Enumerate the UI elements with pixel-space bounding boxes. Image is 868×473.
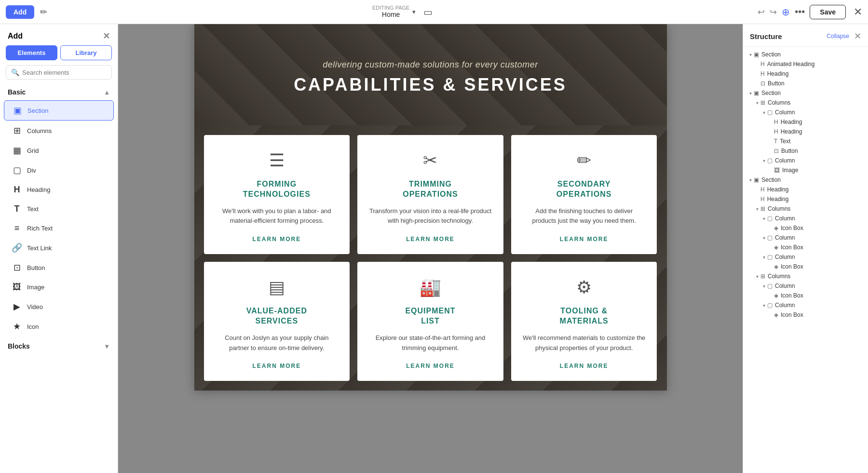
service-icon-2: ✏ bbox=[577, 150, 591, 171]
tree-node-label-11: Column bbox=[775, 157, 795, 164]
basic-section-header[interactable]: Basic ▲ bbox=[0, 84, 118, 100]
tree-row-2[interactable]: HHeading bbox=[743, 69, 868, 79]
tree-row-11[interactable]: ▾▢Column bbox=[743, 156, 868, 165]
blocks-section-header[interactable]: Blocks ▼ bbox=[0, 338, 118, 354]
tree-row-15[interactable]: HHeading bbox=[743, 194, 868, 204]
tree-node-label-15: Heading bbox=[767, 196, 789, 203]
tree-expand-23[interactable]: ▾ bbox=[754, 274, 760, 279]
tree-expand-13[interactable]: ▾ bbox=[747, 177, 754, 183]
tab-elements[interactable]: Elements bbox=[6, 45, 57, 60]
tree-row-18[interactable]: ◈Icon Box bbox=[743, 223, 868, 233]
tree-node-icon-2: H bbox=[760, 70, 765, 77]
element-button[interactable]: ⊡ Button bbox=[4, 258, 114, 277]
left-panel-title: Add bbox=[8, 32, 23, 41]
service-card-2: ✏SECONDARY OPERATIONSAdd the finishing t… bbox=[511, 135, 657, 254]
tree-row-10[interactable]: ⊡Button bbox=[743, 146, 868, 156]
element-image[interactable]: 🖼 Image bbox=[4, 278, 114, 297]
tree-row-17[interactable]: ▾▢Column bbox=[743, 214, 868, 223]
tree-row-5[interactable]: ▾⊞Columns bbox=[743, 98, 868, 108]
tree-row-24[interactable]: ▾▢Column bbox=[743, 281, 868, 291]
undo-button[interactable]: ↩ bbox=[758, 7, 765, 17]
tree-node-label-0: Section bbox=[761, 51, 781, 58]
tree-expand-19[interactable]: ▾ bbox=[760, 235, 767, 241]
tree-row-9[interactable]: TText bbox=[743, 136, 868, 146]
element-heading[interactable]: H Heading bbox=[4, 180, 114, 199]
element-icon[interactable]: ★ Icon bbox=[4, 317, 114, 336]
tree-row-3[interactable]: ⊡Button bbox=[743, 79, 868, 88]
tree-row-16[interactable]: ▾⊞Columns bbox=[743, 204, 868, 214]
tree-row-13[interactable]: ▾▣Section bbox=[743, 175, 868, 185]
tree-row-27[interactable]: ◈Icon Box bbox=[743, 310, 868, 320]
service-title-3: VALUE-ADDED SERVICES bbox=[246, 306, 307, 326]
service-link-1[interactable]: LEARN MORE bbox=[406, 236, 455, 243]
tree-row-14[interactable]: HHeading bbox=[743, 185, 868, 194]
tree-expand-16[interactable]: ▾ bbox=[754, 206, 760, 212]
tab-library[interactable]: Library bbox=[60, 45, 112, 60]
tree-expand-6[interactable]: ▾ bbox=[760, 110, 767, 115]
element-video[interactable]: ▶ Video bbox=[4, 297, 114, 316]
tree-node-icon-17: ▢ bbox=[767, 215, 773, 222]
div-icon: ▢ bbox=[12, 165, 22, 176]
tree-row-0[interactable]: ▾▣Section bbox=[743, 50, 868, 59]
service-link-2[interactable]: LEARN MORE bbox=[560, 236, 609, 243]
tree-node-icon-6: ▢ bbox=[767, 109, 773, 116]
tree-row-19[interactable]: ▾▢Column bbox=[743, 233, 868, 243]
tree-row-26[interactable]: ▾▢Column bbox=[743, 300, 868, 310]
redo-button[interactable]: ↪ bbox=[770, 7, 777, 17]
page-dropdown-icon[interactable]: ▾ bbox=[412, 8, 416, 15]
tree-node-icon-22: ◈ bbox=[774, 263, 778, 270]
service-link-3[interactable]: LEARN MORE bbox=[252, 363, 301, 369]
more-options-icon[interactable]: ••• bbox=[795, 6, 805, 17]
close-topbar-icon[interactable]: ✕ bbox=[854, 6, 862, 18]
element-grid[interactable]: ▦ Grid bbox=[4, 141, 114, 160]
tree-row-1[interactable]: HAnimated Heading bbox=[743, 59, 868, 69]
service-link-4[interactable]: LEARN MORE bbox=[406, 363, 455, 369]
tree-row-12[interactable]: 🖼Image bbox=[743, 165, 868, 175]
search-input[interactable] bbox=[22, 69, 107, 76]
tree-node-icon-15: H bbox=[760, 196, 765, 203]
tree-row-8[interactable]: HHeading bbox=[743, 127, 868, 136]
layers-icon[interactable]: ⊕ bbox=[782, 6, 790, 18]
save-button[interactable]: Save bbox=[810, 5, 846, 19]
tree-expand-17[interactable]: ▾ bbox=[760, 216, 767, 221]
element-text-link-label: Text Link bbox=[27, 244, 52, 252]
tree-node-icon-19: ▢ bbox=[767, 234, 773, 241]
element-grid-label: Grid bbox=[27, 147, 39, 154]
tree-row-23[interactable]: ▾⊞Columns bbox=[743, 271, 868, 281]
element-columns[interactable]: ⊞ Columns bbox=[4, 121, 114, 140]
element-rich-text[interactable]: ≡ Rich Text bbox=[4, 219, 114, 238]
tree-expand-11[interactable]: ▾ bbox=[760, 158, 767, 163]
tree-expand-24[interactable]: ▾ bbox=[760, 284, 767, 289]
tree-expand-4[interactable]: ▾ bbox=[747, 91, 754, 96]
tree-expand-21[interactable]: ▾ bbox=[760, 255, 767, 260]
element-div-label: Div bbox=[27, 167, 36, 174]
tree-node-label-23: Columns bbox=[768, 273, 790, 280]
tree-expand-0[interactable]: ▾ bbox=[747, 52, 754, 57]
tree-expand-26[interactable]: ▾ bbox=[760, 303, 767, 308]
tree-row-25[interactable]: ◈Icon Box bbox=[743, 291, 868, 300]
collapse-button[interactable]: Collapse bbox=[827, 33, 849, 40]
right-panel-close-icon[interactable]: ✕ bbox=[854, 31, 861, 41]
tree-row-22[interactable]: ◈Icon Box bbox=[743, 262, 868, 271]
element-text-link[interactable]: 🔗 Text Link bbox=[4, 238, 114, 257]
edit-icon[interactable]: ✏ bbox=[40, 7, 47, 17]
device-preview-icon[interactable]: ▭ bbox=[423, 6, 433, 18]
service-link-0[interactable]: LEARN MORE bbox=[252, 236, 301, 243]
service-link-5[interactable]: LEARN MORE bbox=[560, 363, 609, 369]
element-section[interactable]: ▣ Section bbox=[4, 100, 114, 121]
tree-node-label-20: Icon Box bbox=[781, 244, 803, 251]
left-panel-close-icon[interactable]: ✕ bbox=[103, 31, 110, 41]
element-div[interactable]: ▢ Div bbox=[4, 161, 114, 180]
add-button[interactable]: Add bbox=[6, 5, 34, 19]
tree-expand-5[interactable]: ▾ bbox=[754, 100, 760, 106]
element-icon-label: Icon bbox=[27, 323, 39, 330]
tree-node-icon-23: ⊞ bbox=[760, 273, 765, 280]
service-card-0: ☰FORMING TECHNOLOGIESWe'll work with you… bbox=[204, 135, 350, 254]
tree-row-4[interactable]: ▾▣Section bbox=[743, 88, 868, 98]
tree-row-20[interactable]: ◈Icon Box bbox=[743, 243, 868, 252]
service-icon-1: ✂ bbox=[423, 150, 437, 171]
tree-row-21[interactable]: ▾▢Column bbox=[743, 252, 868, 262]
element-text[interactable]: T Text bbox=[4, 200, 114, 218]
tree-row-7[interactable]: HHeading bbox=[743, 117, 868, 127]
tree-row-6[interactable]: ▾▢Column bbox=[743, 108, 868, 117]
